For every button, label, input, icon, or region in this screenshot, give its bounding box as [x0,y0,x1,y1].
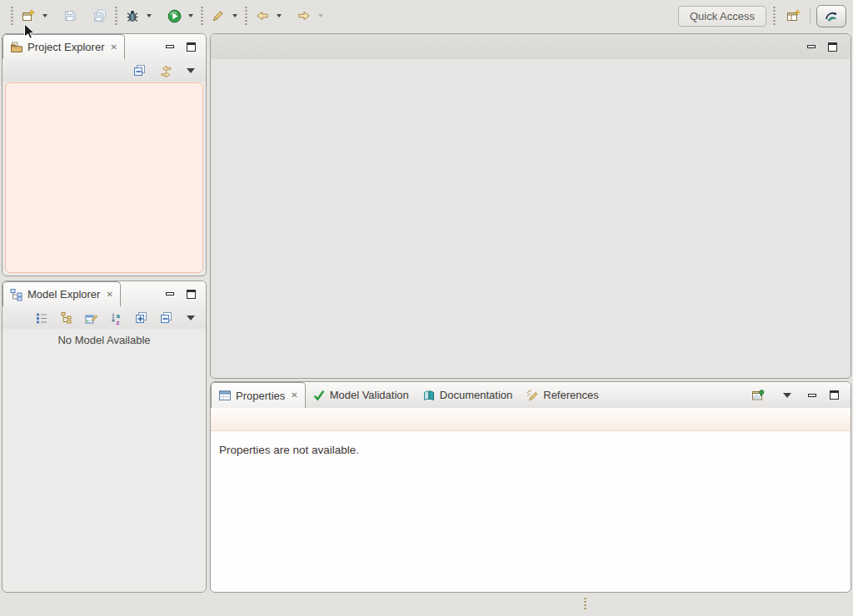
quick-access[interactable]: Quick Access [678,6,766,27]
collapse-all-icon [160,311,173,325]
chevron-down-icon [277,14,282,17]
tab-label: Documentation [440,389,512,401]
view-menu-button[interactable] [780,387,795,404]
tree-hierarchy-button[interactable] [58,310,75,326]
tab-label: Properties [236,390,285,402]
expand-all-button[interactable] [133,310,150,326]
tab-references[interactable]: References [519,382,605,408]
forward-button[interactable] [293,5,315,27]
minimize-button[interactable] [807,45,816,48]
chevron-down-icon [188,14,193,17]
chevron-down-icon [147,14,152,17]
toolbar-grip[interactable] [773,6,776,26]
maximize-button[interactable] [828,42,837,52]
toolbar-grip[interactable] [201,6,203,26]
close-icon[interactable]: ✕ [106,291,112,299]
forward-arrow-icon [297,9,311,22]
view-menu-icon [187,68,195,73]
toolbar-grip[interactable] [245,6,247,26]
capella-perspective-button[interactable] [816,5,846,27]
tab-model-validation[interactable]: Model Validation [306,382,416,408]
tab-label: Project Explorer [27,41,104,53]
properties-message: Properties are not available. [211,431,851,469]
project-explorer-tree[interactable] [5,82,203,273]
new-wizard-dropdown[interactable] [39,5,51,27]
project-explorer-header: Project Explorer ✕ [2,34,206,82]
back-dropdown[interactable] [273,5,285,27]
book-icon [422,389,436,402]
debug-dropdown[interactable] [143,5,155,27]
open-in-new-view-icon [751,389,765,402]
minimize-button[interactable] [166,292,174,296]
chevron-down-icon [232,14,237,17]
model-explorer-empty-message: No Model Available [2,329,206,346]
view-menu-icon [783,393,791,398]
editor-tab-strip [211,34,851,59]
collapse-all-button[interactable] [158,310,175,326]
debug-bug-icon [126,9,139,22]
model-explorer-view: Model Explorer ✕ [2,281,207,593]
back-button[interactable] [252,5,273,27]
new-wizard-button[interactable] [17,5,39,27]
forward-dropdown[interactable] [315,5,327,27]
minimize-button[interactable] [808,394,816,397]
table-edit-button[interactable] [83,310,100,326]
maximize-button[interactable] [187,290,196,299]
tab-model-explorer[interactable]: Model Explorer ✕ [2,281,121,306]
brush-tool-button[interactable] [207,5,229,27]
sort-alphabetic-button[interactable]: a z [108,310,125,326]
green-check-icon [312,389,326,402]
project-explorer-view: Project Explorer ✕ [2,33,207,276]
view-menu-button[interactable] [183,62,198,79]
maximize-button[interactable] [830,390,839,400]
properties-title-strip [211,408,851,431]
project-explorer-icon [10,41,23,54]
workbench-window: Quick Access [0,0,853,616]
tab-documentation[interactable]: Documentation [416,382,519,408]
run-icon [167,9,182,23]
tree-hierarchy-icon [60,311,73,325]
view-menu-button[interactable] [183,310,198,326]
run-button[interactable] [163,5,185,27]
expand-all-icon [135,311,148,325]
status-drag-handle[interactable] [584,597,586,610]
collapse-all-icon [133,64,147,77]
close-icon[interactable]: ✕ [291,391,297,400]
divider [810,7,811,24]
capella-perspective-icon [824,9,839,22]
close-icon[interactable]: ✕ [110,43,117,52]
chevron-down-icon [318,14,323,17]
save-icon [63,9,77,22]
model-explorer-icon [10,288,23,301]
save-all-icon [93,9,107,22]
save-button[interactable] [59,5,81,27]
minimize-button[interactable] [166,45,174,48]
open-perspective-icon [786,9,801,22]
properties-view: Properties ✕ Model Validation Documentat… [210,381,851,593]
link-with-editor-icon [159,64,173,77]
maximize-button[interactable] [187,42,196,52]
collapse-all-button[interactable] [132,62,148,79]
svg-text:z: z [117,318,120,325]
open-in-new-view-button[interactable] [750,387,766,404]
tab-properties[interactable]: Properties ✕ [211,382,306,408]
properties-header: Properties ✕ Model Validation Documentat… [211,382,851,408]
tab-label: References [543,389,598,401]
new-wizard-icon [22,9,35,22]
project-explorer-toolbar [2,59,206,82]
open-perspective-button[interactable] [782,5,804,27]
model-explorer-header: Model Explorer ✕ [2,281,206,329]
debug-button[interactable] [122,5,143,27]
link-with-editor-button[interactable] [157,62,175,79]
flat-list-icon [35,311,48,325]
brush-dropdown[interactable] [229,5,241,27]
save-all-button[interactable] [89,5,111,27]
run-dropdown[interactable] [185,5,197,27]
flat-list-button[interactable] [33,310,50,326]
tab-project-explorer[interactable]: Project Explorer ✕ [2,34,125,59]
toolbar-grip[interactable] [115,6,117,26]
table-edit-icon [85,311,98,325]
toolbar-grip[interactable] [11,6,13,26]
tab-label: Model Validation [330,389,409,401]
view-menu-icon [187,315,195,320]
